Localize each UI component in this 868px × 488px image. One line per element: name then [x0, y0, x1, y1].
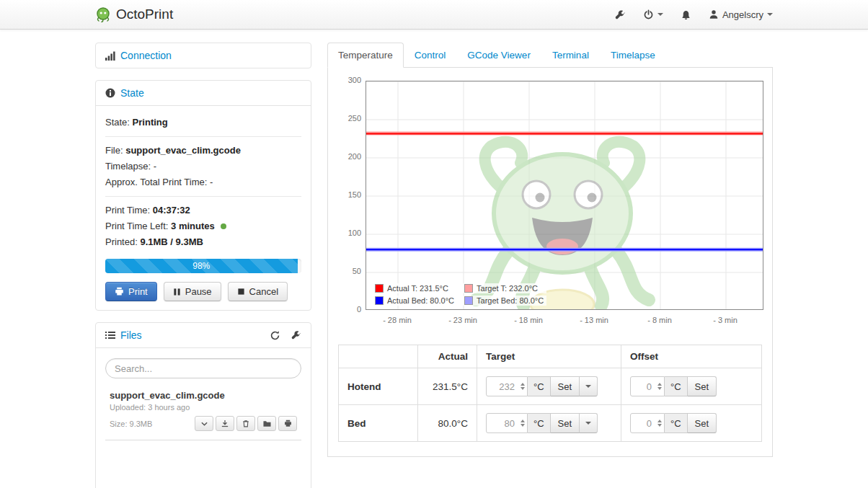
bed-target-set-button[interactable]: Set [551, 413, 580, 433]
system-menu-button[interactable] [643, 9, 663, 20]
hotend-offset-set-button[interactable]: Set [688, 376, 717, 396]
bed-target-dropdown-button[interactable] [580, 413, 598, 433]
main-content: Temperature Control GCode Viewer Termina… [327, 43, 773, 457]
trash-icon [242, 420, 249, 427]
file-load-button[interactable] [257, 416, 276, 431]
timelapse-value: - [154, 161, 156, 172]
file-download-button[interactable] [216, 416, 234, 431]
approx-total-line: Approx. Total Print Time: - [105, 174, 301, 190]
stop-icon [237, 288, 245, 296]
bell-icon [681, 9, 691, 20]
legend-target-tool: Target T: 232.0°C [461, 283, 546, 293]
chart-legend: Actual T: 231.5°C Target T: 232.0°C Actu… [372, 283, 546, 306]
tab-temperature[interactable]: Temperature [327, 43, 404, 68]
temperature-tab-content: 050100150200250300 - 28 min- 23 min- 18 … [327, 68, 773, 457]
settings-button[interactable] [615, 9, 626, 20]
tab-control[interactable]: Control [404, 43, 457, 68]
refresh-icon [270, 330, 280, 341]
tab-terminal[interactable]: Terminal [541, 43, 600, 68]
number-spinner[interactable] [521, 376, 525, 396]
col-header-empty [339, 345, 418, 368]
table-row-bed: Bed 80.0°C °C Set [339, 405, 762, 442]
print-time-left-line: Print Time Left: 3 minutes [105, 218, 301, 234]
timelapse-line: Timelapse: - [105, 159, 301, 174]
octoprint-logo-icon [95, 6, 111, 22]
file-list-item: support_evac_clim.gcode Uploaded: 3 hour… [105, 389, 301, 440]
brand-title: OctoPrint [116, 6, 173, 22]
power-icon [643, 9, 654, 20]
table-row-hotend: Hotend 231.5°C °C Set [339, 368, 762, 405]
print-button[interactable]: Print [105, 282, 157, 301]
navbar: OctoPrint [0, 0, 868, 30]
file-size: Size: 9.3MB [110, 420, 152, 428]
unit-addon: °C [665, 413, 688, 433]
chevron-down-icon [201, 422, 208, 426]
col-header-offset: Offset [621, 345, 762, 368]
files-panel-toggle[interactable]: Files [120, 329, 142, 341]
connection-panel-toggle[interactable]: Connection [120, 50, 172, 61]
download-icon [221, 420, 229, 427]
files-settings-button[interactable] [291, 330, 301, 340]
folder-icon [263, 420, 271, 427]
printed-line: Printed: 9.1MB / 9.3MB [105, 234, 301, 250]
file-search-input[interactable] [105, 358, 301, 378]
chevron-down-icon [767, 13, 773, 16]
unit-addon: °C [665, 376, 688, 396]
printer-icon [284, 420, 292, 427]
divider [105, 136, 301, 137]
legend-actual-tool: Actual T: 231.5°C [372, 283, 457, 293]
col-header-target: Target [477, 345, 621, 368]
file-line: File: support_evac_clim.gcode [105, 143, 301, 159]
number-spinner[interactable] [521, 413, 525, 433]
octoprint-brand[interactable]: OctoPrint [95, 6, 173, 22]
file-more-button[interactable] [195, 416, 213, 431]
tab-bar: Temperature Control GCode Viewer Termina… [327, 43, 773, 68]
hotend-target-set-button[interactable]: Set [551, 376, 580, 396]
wrench-icon [615, 9, 626, 20]
hotend-actual: 231.5°C [418, 368, 477, 405]
state-line: State: Printing [105, 115, 301, 130]
refresh-files-button[interactable] [270, 330, 280, 341]
unit-addon: °C [528, 376, 551, 396]
notifications-button[interactable] [681, 9, 691, 20]
file-value: support_evac_clim.gcode [125, 145, 241, 156]
print-time-line: Print Time: 04:37:32 [105, 203, 301, 218]
user-menu[interactable]: Angelscry [709, 9, 773, 20]
cancel-button[interactable]: Cancel [228, 282, 288, 301]
connection-panel: Connection [95, 43, 311, 68]
temperature-chart: 050100150200250300 - 28 min- 23 min- 18 … [366, 81, 763, 310]
legend-actual-bed: Actual Bed: 80.0°C [372, 296, 457, 306]
bed-offset-set-button[interactable]: Set [688, 413, 717, 433]
user-name: Angelscry [722, 9, 763, 20]
file-delete-button[interactable] [236, 416, 255, 431]
legend-swatch [464, 284, 473, 293]
chevron-down-icon [657, 13, 663, 16]
state-panel-toggle[interactable]: State [120, 87, 144, 99]
printer-icon [115, 287, 124, 296]
hotend-label: Hotend [339, 368, 418, 405]
chevron-down-icon [585, 422, 591, 425]
info-icon [105, 88, 115, 98]
approx-total-value: - [210, 177, 213, 187]
legend-swatch [464, 296, 473, 305]
wrench-icon [291, 330, 301, 340]
state-panel: State State: Printing File: support_evac… [95, 80, 311, 311]
tab-timelapse[interactable]: Timelapse [600, 43, 666, 68]
file-name: support_evac_clim.gcode [110, 390, 297, 401]
files-panel: Files [95, 322, 311, 488]
print-progress: 98% [105, 259, 301, 273]
printed-value: 9.1MB / 9.3MB [140, 236, 203, 247]
hotend-target-dropdown-button[interactable] [580, 376, 598, 396]
list-icon [105, 331, 115, 340]
progress-bar: 98% [105, 259, 298, 273]
col-header-actual: Actual [418, 345, 477, 368]
file-print-button[interactable] [278, 416, 297, 431]
number-spinner[interactable] [657, 413, 662, 433]
number-spinner[interactable] [657, 376, 662, 396]
pause-button[interactable]: Pause [164, 282, 221, 301]
tab-gcode-viewer[interactable]: GCode Viewer [456, 43, 541, 68]
legend-target-bed: Target Bed: 80.0°C [461, 296, 546, 306]
bed-label: Bed [339, 405, 418, 442]
print-time-value: 04:37:32 [153, 205, 190, 216]
unit-addon: °C [528, 413, 551, 433]
